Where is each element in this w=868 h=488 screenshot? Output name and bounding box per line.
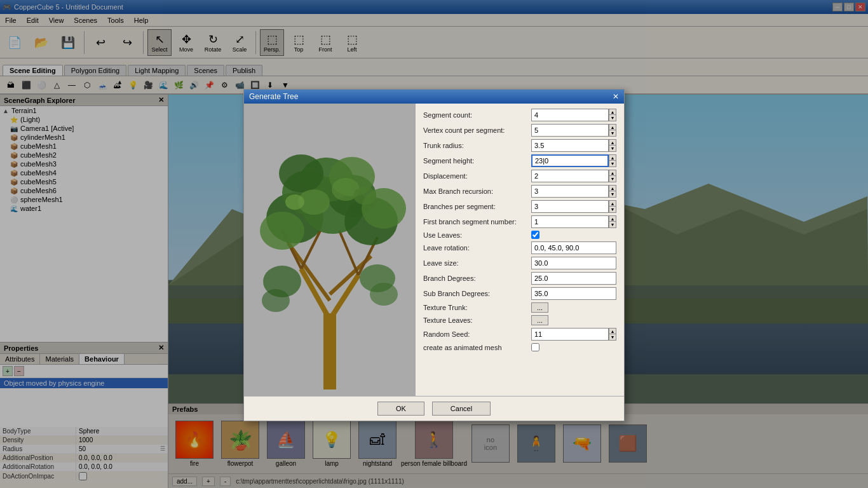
svg-point-42 bbox=[353, 187, 376, 205]
spin-down-max-branch[interactable]: ▼ bbox=[609, 191, 616, 198]
spin-up-segment-height[interactable]: ▲ bbox=[609, 154, 616, 161]
field-trunk-radius: Trunk radius: ▲ ▼ bbox=[423, 139, 616, 152]
modal-form: Segment count: ▲ ▼ Vertex count per segm… bbox=[416, 104, 624, 396]
field-random-seed: Random Seed: ▲ ▼ bbox=[423, 328, 616, 341]
modal-body: Segment count: ▲ ▼ Vertex count per segm… bbox=[244, 104, 624, 396]
svg-point-46 bbox=[370, 283, 398, 306]
svg-rect-20 bbox=[323, 313, 336, 390]
input-branches-per-seg[interactable] bbox=[531, 200, 609, 213]
label-use-leaves: Use Leaves: bbox=[423, 231, 531, 239]
label-trunk-radius: Trunk radius: bbox=[423, 142, 531, 149]
label-segment-height: Segment height: bbox=[423, 157, 531, 165]
checkbox-animated-mesh[interactable] bbox=[531, 343, 539, 351]
label-vertex-count: Vertex count per segment: bbox=[423, 126, 531, 134]
input-sub-branch-degrees[interactable] bbox=[531, 287, 616, 300]
input-max-branch[interactable] bbox=[531, 185, 609, 198]
spin-up-first-branch-seg[interactable]: ▲ bbox=[609, 215, 616, 222]
label-random-seed: Random Seed: bbox=[423, 330, 531, 338]
browse-texture-trunk-button[interactable]: ... bbox=[531, 302, 548, 313]
label-branches-per-seg: Branches per segment: bbox=[423, 203, 531, 210]
spin-down-first-branch-seg[interactable]: ▼ bbox=[609, 222, 616, 228]
label-leave-size: Leave size: bbox=[423, 259, 531, 267]
field-sub-branch-degrees: Sub Branch Degrees: bbox=[423, 287, 616, 300]
label-texture-leaves: Texture Leaves: bbox=[423, 316, 531, 324]
generate-tree-dialog: Generate Tree ✕ bbox=[243, 89, 625, 421]
svg-point-37 bbox=[279, 154, 323, 193]
spin-up-vertex-count[interactable]: ▲ bbox=[609, 124, 616, 130]
checkbox-use-leaves[interactable] bbox=[531, 231, 539, 239]
modal-overlay: Generate Tree ✕ bbox=[0, 0, 868, 488]
label-first-branch-seg: First branch segment number: bbox=[423, 218, 531, 226]
input-random-seed[interactable] bbox=[531, 328, 609, 341]
tree-svg bbox=[244, 104, 416, 396]
label-texture-trunk: Texture Trunk: bbox=[423, 304, 531, 311]
ok-button[interactable]: OK bbox=[377, 402, 424, 416]
input-branch-degrees[interactable] bbox=[531, 272, 616, 285]
modal-footer: OK Cancel bbox=[244, 396, 624, 421]
spin-down-segment-count[interactable]: ▼ bbox=[609, 115, 616, 121]
tree-preview bbox=[244, 104, 416, 396]
spin-up-max-branch[interactable]: ▲ bbox=[609, 185, 616, 191]
modal-title-text: Generate Tree bbox=[249, 92, 298, 101]
spin-up-random-seed[interactable]: ▲ bbox=[609, 328, 616, 334]
svg-point-41 bbox=[285, 194, 304, 210]
label-leave-rotation: Leave rotation: bbox=[423, 244, 531, 252]
field-texture-trunk: Texture Trunk: ... bbox=[423, 302, 616, 313]
label-displacement: Displacement: bbox=[423, 172, 531, 180]
spin-down-branches-per-seg[interactable]: ▼ bbox=[609, 207, 616, 213]
spin-down-random-seed[interactable]: ▼ bbox=[609, 334, 616, 341]
field-branch-degrees: Branch Degrees: bbox=[423, 272, 616, 285]
input-segment-height[interactable] bbox=[531, 154, 609, 167]
input-trunk-radius[interactable] bbox=[531, 139, 609, 152]
input-leave-rotation[interactable] bbox=[531, 241, 616, 254]
svg-point-32 bbox=[260, 212, 304, 250]
label-branch-degrees: Branch Degrees: bbox=[423, 274, 531, 282]
input-segment-count[interactable] bbox=[531, 109, 609, 121]
field-leave-size: Leave size: bbox=[423, 257, 616, 269]
spin-down-vertex-count[interactable]: ▼ bbox=[609, 130, 616, 137]
field-max-branch: Max Branch recursion: ▲ ▼ bbox=[423, 185, 616, 198]
spin-up-trunk-radius[interactable]: ▲ bbox=[609, 139, 616, 146]
label-segment-count: Segment count: bbox=[423, 111, 531, 119]
svg-point-45 bbox=[262, 289, 290, 312]
label-animated-mesh: create as animated mesh bbox=[423, 344, 531, 351]
input-vertex-count[interactable] bbox=[531, 124, 609, 137]
modal-close-icon[interactable]: ✕ bbox=[613, 92, 619, 101]
label-sub-branch-degrees: Sub Branch Degrees: bbox=[423, 290, 531, 297]
input-displacement[interactable] bbox=[531, 170, 609, 182]
spin-up-displacement[interactable]: ▲ bbox=[609, 170, 616, 176]
field-texture-leaves: Texture Leaves: ... bbox=[423, 315, 616, 325]
field-segment-height: Segment height: ▲ ▼ bbox=[423, 154, 616, 167]
field-first-branch-seg: First branch segment number: ▲ ▼ bbox=[423, 215, 616, 228]
browse-texture-leaves-button[interactable]: ... bbox=[531, 315, 548, 325]
spin-up-segment-count[interactable]: ▲ bbox=[609, 109, 616, 115]
field-leave-rotation: Leave rotation: bbox=[423, 241, 616, 254]
spin-up-branches-per-seg[interactable]: ▲ bbox=[609, 200, 616, 207]
field-vertex-count: Vertex count per segment: ▲ ▼ bbox=[423, 124, 616, 137]
spin-down-displacement[interactable]: ▼ bbox=[609, 176, 616, 182]
field-displacement: Displacement: ▲ ▼ bbox=[423, 170, 616, 182]
field-segment-count: Segment count: ▲ ▼ bbox=[423, 109, 616, 121]
cancel-button[interactable]: Cancel bbox=[432, 402, 491, 416]
input-first-branch-seg[interactable] bbox=[531, 215, 609, 228]
field-use-leaves: Use Leaves: bbox=[423, 231, 616, 239]
field-branches-per-seg: Branches per segment: ▲ ▼ bbox=[423, 200, 616, 213]
spin-down-segment-height[interactable]: ▼ bbox=[609, 161, 616, 167]
spin-down-trunk-radius[interactable]: ▼ bbox=[609, 146, 616, 152]
modal-title-bar: Generate Tree ✕ bbox=[244, 90, 624, 104]
field-animated-mesh: create as animated mesh bbox=[423, 343, 616, 351]
input-leave-size[interactable] bbox=[531, 257, 616, 269]
label-max-branch: Max Branch recursion: bbox=[423, 187, 531, 195]
